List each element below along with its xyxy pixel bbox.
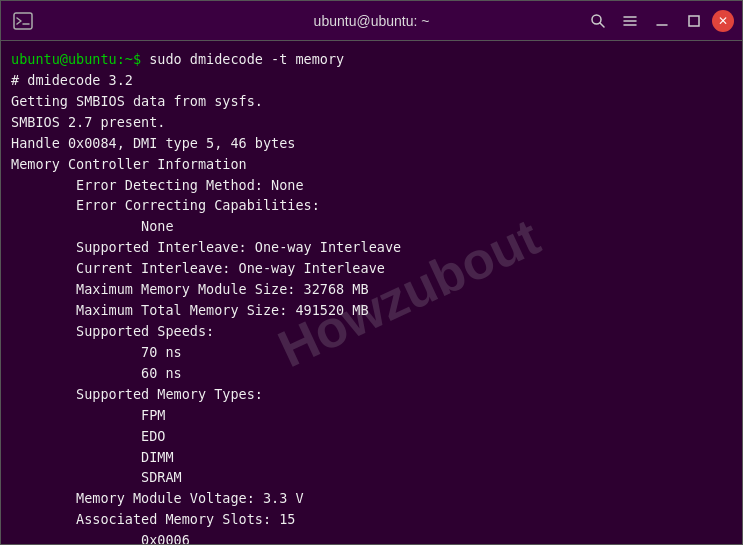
maximize-button[interactable] — [680, 7, 708, 35]
titlebar-left — [9, 7, 37, 35]
svg-rect-0 — [14, 13, 32, 29]
window-title: ubuntu@ubuntu: ~ — [314, 13, 430, 29]
output-line: Memory Module Voltage: 3.3 V — [11, 488, 732, 509]
output-line: # dmidecode 3.2 — [11, 70, 732, 91]
output-line: Maximum Total Memory Size: 491520 MB — [11, 300, 732, 321]
svg-line-3 — [600, 23, 604, 27]
titlebar-controls: ✕ — [584, 7, 734, 35]
terminal-icon — [9, 7, 37, 35]
close-button[interactable]: ✕ — [712, 10, 734, 32]
output-container: # dmidecode 3.2Getting SMBIOS data from … — [11, 70, 732, 544]
output-line: Memory Controller Information — [11, 154, 732, 175]
output-line: 0x0006 — [11, 530, 732, 544]
output-line: Current Interleave: One-way Interleave — [11, 258, 732, 279]
terminal-window: ubuntu@ubuntu: ~ — [0, 0, 743, 545]
titlebar: ubuntu@ubuntu: ~ — [1, 1, 742, 41]
terminal-output[interactable]: Howzubout ubuntu@ubuntu:~$ sudo dmidecod… — [1, 41, 742, 544]
prompt: ubuntu@ubuntu:~$ — [11, 51, 141, 67]
output-line: DIMM — [11, 447, 732, 468]
output-line: FPM — [11, 405, 732, 426]
output-line: Associated Memory Slots: 15 — [11, 509, 732, 530]
output-line: Supported Interleave: One-way Interleave — [11, 237, 732, 258]
output-line: SDRAM — [11, 467, 732, 488]
output-line: Maximum Memory Module Size: 32768 MB — [11, 279, 732, 300]
output-line: Getting SMBIOS data from sysfs. — [11, 91, 732, 112]
output-line: 70 ns — [11, 342, 732, 363]
output-line: SMBIOS 2.7 present. — [11, 112, 732, 133]
minimize-button[interactable] — [648, 7, 676, 35]
output-line: Error Correcting Capabilities: — [11, 195, 732, 216]
search-button[interactable] — [584, 7, 612, 35]
output-line: Error Detecting Method: None — [11, 175, 732, 196]
terminal-content: ubuntu@ubuntu:~$ sudo dmidecode -t memor… — [11, 49, 732, 70]
output-line: Supported Speeds: — [11, 321, 732, 342]
menu-button[interactable] — [616, 7, 644, 35]
output-line: Handle 0x0084, DMI type 5, 46 bytes — [11, 133, 732, 154]
output-line: None — [11, 216, 732, 237]
output-line: Supported Memory Types: — [11, 384, 732, 405]
command: sudo dmidecode -t memory — [141, 51, 344, 67]
svg-rect-8 — [689, 16, 699, 26]
output-line: 60 ns — [11, 363, 732, 384]
output-line: EDO — [11, 426, 732, 447]
